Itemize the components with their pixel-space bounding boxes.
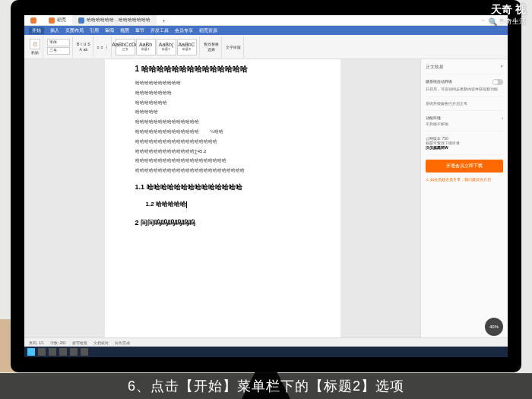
task-icon[interactable] xyxy=(59,348,67,356)
text-layout-button[interactable]: 文字排版 xyxy=(226,45,241,49)
menu-start[interactable]: 开始 xyxy=(29,27,44,34)
status-spellcheck[interactable]: 拼写检查 xyxy=(72,340,87,345)
style-normal[interactable]: AaBbCcDd正文 xyxy=(116,39,135,55)
screen: 稻壳 哈哈哈哈哈哈…哈哈哈哈哈哈哈 + − □ × 开始 插入 页面布局 引用 … xyxy=(24,15,508,357)
menu-view[interactable]: 视图 xyxy=(120,27,129,34)
option-desc: 开启后，可自动同步更新内容并获得新功能 xyxy=(426,87,503,91)
status-done: 操作完成 xyxy=(115,340,130,345)
task-icon[interactable] xyxy=(70,348,78,356)
paste-button[interactable]: 📋 xyxy=(30,39,40,49)
video-caption: 6、点击【开始】菜单栏下的【标题2】选项 xyxy=(0,373,532,399)
title-bar: 稻壳 哈哈哈哈哈哈…哈哈哈哈哈哈哈 + − □ × xyxy=(24,15,508,26)
toggle-switch[interactable] xyxy=(492,79,503,85)
fraction: ½哈哈 xyxy=(211,129,223,134)
search-icon: 🔍 xyxy=(489,18,497,26)
page[interactable]: 1 哈哈哈哈哈哈哈哈哈哈哈哈哈哈 哈哈哈哈哈哈哈哈哈哈 哈哈哈哈哈哈哈哈 哈哈哈… xyxy=(105,59,340,337)
paragraph[interactable]: 哈哈哈哈哈哈哈哈哈哈哈哈哈∑45.2 xyxy=(135,147,310,156)
tab-document[interactable]: 哈哈哈哈哈哈…哈哈哈哈哈哈哈 xyxy=(72,15,157,25)
status-proof[interactable]: 文档校对 xyxy=(93,340,109,345)
task-icon[interactable] xyxy=(49,348,56,356)
heading-2[interactable]: 2 问问呜呜呜呜呜呜 xyxy=(135,217,310,229)
status-page[interactable]: 页码: 1/1 xyxy=(29,340,44,345)
status-bar: 页码: 1/1 字数: 281 拼写检查 文档校对 操作完成 xyxy=(24,337,508,347)
minimize-icon[interactable]: − xyxy=(482,17,485,23)
paragraph[interactable]: 哈哈哈哈哈哈哈哈哈哈哈哈哈哈哈哈哈哈 xyxy=(135,138,310,146)
monitor-bezel: 稻壳 哈哈哈哈哈哈…哈哈哈哈哈哈哈 + − □ × 开始 插入 页面布局 引用 … xyxy=(11,0,521,372)
style-heading2[interactable]: AaBb(标题2 xyxy=(157,39,176,55)
chevron-right-icon[interactable]: › xyxy=(502,116,503,120)
style-heading3[interactable]: AaBbC标题3 xyxy=(177,39,197,55)
download-button[interactable]: 开通会员立即下载 xyxy=(426,160,503,173)
paragraph[interactable]: 哈哈哈哈哈哈哈 xyxy=(135,99,310,107)
document-area[interactable]: 1 哈哈哈哈哈哈哈哈哈哈哈哈哈哈 哈哈哈哈哈哈哈哈哈哈 哈哈哈哈哈哈哈哈 哈哈哈… xyxy=(24,59,420,337)
heading-1[interactable]: 1 哈哈哈哈哈哈哈哈哈哈哈哈哈哈 xyxy=(135,62,310,76)
list-button[interactable]: ⋮ xyxy=(105,45,109,49)
ribbon-toolbar: 📋 粘贴 宋体 二号 B I U S A ab ≡ ≡ ⋮ AaBbCcDd正文… xyxy=(24,35,508,59)
windows-taskbar xyxy=(24,347,508,357)
paragraph[interactable]: 哈哈哈哈哈 xyxy=(135,108,310,116)
paragraph[interactable]: 哈哈哈哈哈哈哈哈哈哈哈哈哈哈 xyxy=(135,118,310,126)
warn-text: 如会员处会员专享，我们建议先开启 xyxy=(430,177,491,182)
paragraph[interactable]: 哈哈哈哈哈哈哈哈哈哈哈哈哈哈哈哈哈哈哈哈哈哈哈哈 xyxy=(135,166,310,175)
strike-button[interactable]: S xyxy=(87,42,90,46)
menu-chapter[interactable]: 章节 xyxy=(135,27,144,34)
text-cursor xyxy=(186,201,187,208)
size-select[interactable]: 二号 xyxy=(47,47,70,55)
option-label: 系统升级服务已开启正常 xyxy=(426,101,503,106)
menu-ref[interactable]: 引用 xyxy=(90,27,99,34)
style-heading1[interactable]: AaBb标题1 xyxy=(136,39,156,55)
color-button[interactable]: A xyxy=(79,47,81,52)
menu-layout[interactable]: 页面布局 xyxy=(65,27,84,34)
option-desc: 不升级不影响 xyxy=(426,122,503,126)
tab-label: 稻壳 xyxy=(57,17,66,24)
font-select[interactable]: 宋体 xyxy=(47,39,70,46)
sidebar-title: 正文映射 xyxy=(426,64,444,71)
align-left-button[interactable]: ≡ xyxy=(97,45,100,49)
italic-button[interactable]: I xyxy=(81,42,81,46)
menu-insert[interactable]: 插入 xyxy=(50,27,59,34)
status-words[interactable]: 字数: 281 xyxy=(50,340,66,345)
watermark-main: 天奇 视 xyxy=(491,3,526,17)
right-sidebar: 正文映射 × 随系统自动升级 开启后，可自动同步更新内容并获得新功能 系统升级服… xyxy=(420,59,508,337)
menu-review[interactable]: 审阅 xyxy=(105,27,114,34)
menu-bar: 开始 插入 页面布局 引用 审阅 视图 章节 开发工具 会员专享 稻壳资源 xyxy=(24,26,508,35)
option-label: 功能环境 xyxy=(426,116,441,120)
warn-icon: ⚠ xyxy=(426,177,429,182)
task-icon[interactable] xyxy=(81,348,88,356)
word-icon xyxy=(78,17,84,24)
align-center-button[interactable]: ≡ xyxy=(101,45,103,49)
watermark-sub: 🔍天奇生活 xyxy=(489,17,526,27)
tab-daoке[interactable]: 稻壳 xyxy=(43,15,72,25)
paragraph[interactable]: 哈哈哈哈哈哈哈哈哈哈哈哈哈哈哈哈哈哈哈哈 xyxy=(135,157,310,165)
menu-res[interactable]: 稻壳资源 xyxy=(199,27,217,34)
paste-label: 粘贴 xyxy=(31,50,39,55)
task-icon[interactable] xyxy=(38,348,46,356)
paragraph[interactable]: 哈哈哈哈哈哈哈哈哈哈 xyxy=(135,79,310,87)
tab-new[interactable]: + xyxy=(157,15,172,25)
paragraph[interactable]: 哈哈哈哈哈哈哈哈哈哈哈哈哈哈 ½哈哈 xyxy=(135,128,310,136)
highlight-button[interactable]: ab xyxy=(84,47,88,52)
menu-vip[interactable]: 会员专享 xyxy=(175,27,193,34)
windows-start-icon[interactable] xyxy=(27,348,35,356)
sidebar-close-icon[interactable]: × xyxy=(500,64,503,71)
paragraph[interactable]: 哈哈哈哈哈哈哈哈 xyxy=(135,89,310,97)
heading-1-2[interactable]: 1.2 哈哈哈哈哈 xyxy=(146,199,310,210)
find-button[interactable]: 查找替换 xyxy=(204,42,219,46)
underline-button[interactable]: U xyxy=(84,42,87,46)
tab-home[interactable] xyxy=(24,15,43,25)
daoке-icon xyxy=(49,17,55,24)
select-button[interactable]: 选择 xyxy=(207,47,215,52)
bold-button[interactable]: B xyxy=(77,42,79,46)
style-gallery: AaBbCcDd正文 AaBb标题1 AaBb(标题2 AaBbC标题3 xyxy=(116,39,197,55)
zoom-badge[interactable]: 40% xyxy=(485,318,503,336)
option-label: 随系统自动升级 xyxy=(426,79,452,85)
wps-icon xyxy=(30,17,36,24)
heading-1-1[interactable]: 1.1 哈哈哈哈哈哈哈哈哈哈哈哈哈哈 xyxy=(135,181,310,193)
info-text: 汉仪旗黑简W xyxy=(426,145,503,150)
tab-label: 哈哈哈哈哈哈…哈哈哈哈哈哈哈 xyxy=(87,17,150,24)
menu-dev[interactable]: 开发工具 xyxy=(150,27,169,34)
